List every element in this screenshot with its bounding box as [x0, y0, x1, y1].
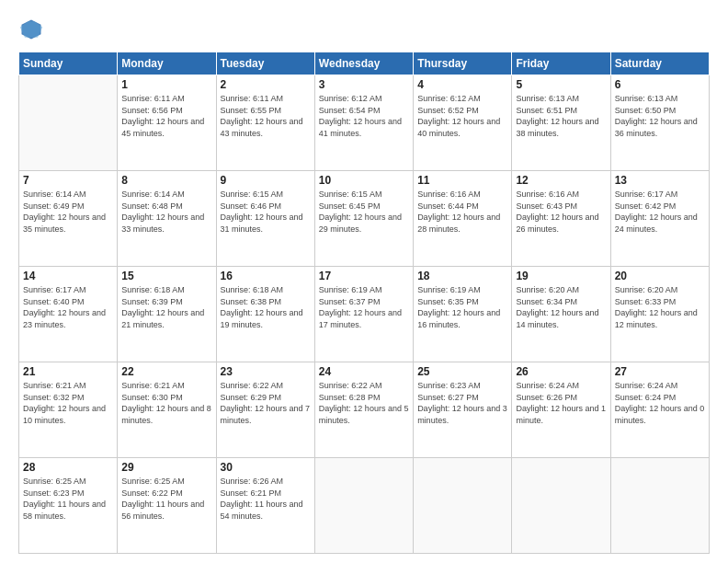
day-number: 22	[121, 365, 211, 378]
day-number: 25	[417, 365, 507, 378]
calendar-cell	[414, 458, 512, 554]
calendar-cell: 26Sunrise: 6:24 AMSunset: 6:26 PMDayligh…	[512, 362, 610, 458]
calendar-cell: 14Sunrise: 6:17 AMSunset: 6:40 PMDayligh…	[19, 267, 118, 362]
day-number: 15	[121, 270, 211, 282]
cell-info: Sunrise: 6:20 AMSunset: 6:33 PMDaylight:…	[615, 284, 705, 330]
weekday-header-saturday: Saturday	[610, 52, 709, 75]
calendar-cell: 15Sunrise: 6:18 AMSunset: 6:39 PMDayligh…	[118, 267, 216, 362]
cell-info: Sunrise: 6:11 AMSunset: 6:56 PMDaylight:…	[121, 93, 211, 139]
cell-info: Sunrise: 6:20 AMSunset: 6:34 PMDaylight:…	[516, 284, 606, 330]
calendar-cell: 17Sunrise: 6:19 AMSunset: 6:37 PMDayligh…	[314, 267, 413, 362]
weekday-header-friday: Friday	[512, 52, 610, 75]
weekday-header-tuesday: Tuesday	[216, 52, 314, 75]
calendar-cell: 7Sunrise: 6:14 AMSunset: 6:49 PMDaylight…	[19, 171, 118, 267]
day-number: 3	[319, 78, 409, 91]
calendar-cell: 24Sunrise: 6:22 AMSunset: 6:28 PMDayligh…	[314, 362, 413, 458]
week-row-1: 7Sunrise: 6:14 AMSunset: 6:49 PMDaylight…	[19, 171, 710, 267]
weekday-header-row: SundayMondayTuesdayWednesdayThursdayFrid…	[19, 52, 710, 75]
cell-info: Sunrise: 6:12 AMSunset: 6:54 PMDaylight:…	[319, 93, 409, 139]
cell-info: Sunrise: 6:24 AMSunset: 6:24 PMDaylight:…	[615, 380, 705, 426]
cell-info: Sunrise: 6:19 AMSunset: 6:35 PMDaylight:…	[417, 284, 507, 330]
calendar-cell	[314, 458, 413, 554]
day-number: 14	[23, 270, 113, 282]
cell-info: Sunrise: 6:11 AMSunset: 6:55 PMDaylight:…	[221, 93, 311, 139]
day-number: 8	[121, 174, 211, 187]
day-number: 27	[615, 365, 705, 378]
calendar-cell: 4Sunrise: 6:12 AMSunset: 6:52 PMDaylight…	[414, 75, 512, 171]
calendar-cell: 13Sunrise: 6:17 AMSunset: 6:42 PMDayligh…	[610, 171, 709, 267]
calendar-cell: 3Sunrise: 6:12 AMSunset: 6:54 PMDaylight…	[314, 75, 413, 171]
weekday-header-wednesday: Wednesday	[314, 52, 413, 75]
cell-info: Sunrise: 6:16 AMSunset: 6:43 PMDaylight:…	[516, 189, 606, 235]
cell-info: Sunrise: 6:25 AMSunset: 6:23 PMDaylight:…	[23, 476, 113, 522]
day-number: 28	[23, 461, 113, 474]
cell-info: Sunrise: 6:22 AMSunset: 6:28 PMDaylight:…	[319, 380, 409, 426]
day-number: 26	[516, 365, 606, 378]
cell-info: Sunrise: 6:14 AMSunset: 6:48 PMDaylight:…	[121, 189, 211, 235]
day-number: 17	[319, 270, 409, 282]
cell-info: Sunrise: 6:16 AMSunset: 6:44 PMDaylight:…	[417, 189, 507, 235]
calendar-cell: 1Sunrise: 6:11 AMSunset: 6:56 PMDaylight…	[118, 75, 216, 171]
week-row-2: 14Sunrise: 6:17 AMSunset: 6:40 PMDayligh…	[19, 267, 710, 362]
cell-info: Sunrise: 6:15 AMSunset: 6:46 PMDaylight:…	[221, 189, 311, 235]
cell-info: Sunrise: 6:26 AMSunset: 6:21 PMDaylight:…	[221, 476, 311, 522]
calendar-cell: 29Sunrise: 6:25 AMSunset: 6:22 PMDayligh…	[118, 458, 216, 554]
calendar-cell: 27Sunrise: 6:24 AMSunset: 6:24 PMDayligh…	[610, 362, 709, 458]
calendar-cell: 9Sunrise: 6:15 AMSunset: 6:46 PMDaylight…	[216, 171, 314, 267]
day-number: 2	[221, 78, 311, 91]
calendar-cell: 18Sunrise: 6:19 AMSunset: 6:35 PMDayligh…	[414, 267, 512, 362]
day-number: 7	[23, 174, 113, 187]
calendar-cell: 21Sunrise: 6:21 AMSunset: 6:32 PMDayligh…	[19, 362, 118, 458]
day-number: 9	[221, 174, 311, 187]
calendar-table: SundayMondayTuesdayWednesdayThursdayFrid…	[18, 52, 710, 554]
calendar-cell	[512, 458, 610, 554]
calendar-cell: 30Sunrise: 6:26 AMSunset: 6:21 PMDayligh…	[216, 458, 314, 554]
logo-icon	[18, 17, 44, 42]
cell-info: Sunrise: 6:14 AMSunset: 6:49 PMDaylight:…	[23, 189, 113, 235]
week-row-3: 21Sunrise: 6:21 AMSunset: 6:32 PMDayligh…	[19, 362, 710, 458]
calendar-cell: 16Sunrise: 6:18 AMSunset: 6:38 PMDayligh…	[216, 267, 314, 362]
day-number: 1	[121, 78, 211, 91]
cell-info: Sunrise: 6:25 AMSunset: 6:22 PMDaylight:…	[121, 476, 211, 522]
weekday-header-thursday: Thursday	[414, 52, 512, 75]
cell-info: Sunrise: 6:19 AMSunset: 6:37 PMDaylight:…	[319, 284, 409, 330]
day-number: 19	[516, 270, 606, 282]
calendar-cell: 20Sunrise: 6:20 AMSunset: 6:33 PMDayligh…	[610, 267, 709, 362]
day-number: 4	[417, 78, 507, 91]
day-number: 11	[417, 174, 507, 187]
cell-info: Sunrise: 6:21 AMSunset: 6:32 PMDaylight:…	[23, 380, 113, 426]
cell-info: Sunrise: 6:13 AMSunset: 6:51 PMDaylight:…	[516, 93, 606, 139]
calendar-cell: 8Sunrise: 6:14 AMSunset: 6:48 PMDaylight…	[118, 171, 216, 267]
page: SundayMondayTuesdayWednesdayThursdayFrid…	[0, 0, 728, 563]
cell-info: Sunrise: 6:17 AMSunset: 6:40 PMDaylight:…	[23, 284, 113, 330]
day-number: 10	[319, 174, 409, 187]
cell-info: Sunrise: 6:18 AMSunset: 6:38 PMDaylight:…	[221, 284, 311, 330]
day-number: 12	[516, 174, 606, 187]
cell-info: Sunrise: 6:17 AMSunset: 6:42 PMDaylight:…	[615, 189, 705, 235]
weekday-header-monday: Monday	[118, 52, 216, 75]
calendar-cell: 19Sunrise: 6:20 AMSunset: 6:34 PMDayligh…	[512, 267, 610, 362]
calendar-cell: 25Sunrise: 6:23 AMSunset: 6:27 PMDayligh…	[414, 362, 512, 458]
cell-info: Sunrise: 6:21 AMSunset: 6:30 PMDaylight:…	[121, 380, 211, 426]
day-number: 18	[417, 270, 507, 282]
day-number: 16	[221, 270, 311, 282]
day-number: 30	[221, 461, 311, 474]
cell-info: Sunrise: 6:18 AMSunset: 6:39 PMDaylight:…	[121, 284, 211, 330]
cell-info: Sunrise: 6:15 AMSunset: 6:45 PMDaylight:…	[319, 189, 409, 235]
calendar-cell: 22Sunrise: 6:21 AMSunset: 6:30 PMDayligh…	[118, 362, 216, 458]
day-number: 29	[121, 461, 211, 474]
calendar-cell: 5Sunrise: 6:13 AMSunset: 6:51 PMDaylight…	[512, 75, 610, 171]
calendar-cell: 2Sunrise: 6:11 AMSunset: 6:55 PMDaylight…	[216, 75, 314, 171]
cell-info: Sunrise: 6:24 AMSunset: 6:26 PMDaylight:…	[516, 380, 606, 426]
day-number: 20	[615, 270, 705, 282]
day-number: 21	[23, 365, 113, 378]
logo	[18, 17, 48, 42]
header	[18, 17, 710, 42]
calendar-cell	[610, 458, 709, 554]
calendar-cell: 12Sunrise: 6:16 AMSunset: 6:43 PMDayligh…	[512, 171, 610, 267]
weekday-header-sunday: Sunday	[19, 52, 118, 75]
calendar-cell: 23Sunrise: 6:22 AMSunset: 6:29 PMDayligh…	[216, 362, 314, 458]
calendar-cell	[19, 75, 118, 171]
cell-info: Sunrise: 6:13 AMSunset: 6:50 PMDaylight:…	[615, 93, 705, 139]
week-row-0: 1Sunrise: 6:11 AMSunset: 6:56 PMDaylight…	[19, 75, 710, 171]
